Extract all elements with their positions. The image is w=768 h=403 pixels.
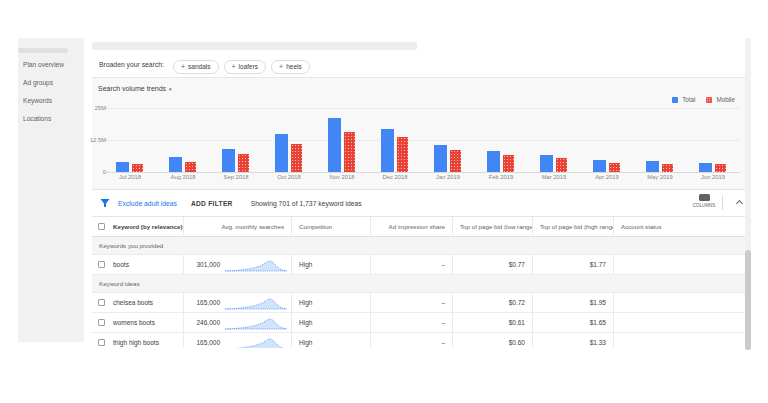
add-filter-button[interactable]: ADD FILTER: [191, 200, 233, 207]
columns-icon: [699, 194, 710, 201]
x-axis-label: Feb 2019: [481, 174, 521, 180]
row-checkbox[interactable]: [98, 299, 105, 306]
filter-bar: Exclude adult ideas ADD FILTER Showing 7…: [92, 190, 751, 217]
ad-impression-share-cell: –: [370, 333, 452, 348]
mobile-bar-oct-2018: [291, 144, 302, 172]
row-checkbox[interactable]: [98, 261, 105, 268]
row-checkbox[interactable]: [98, 339, 105, 346]
sidebar-item-locations[interactable]: Locations: [23, 110, 84, 128]
account-status-cell: [613, 255, 751, 274]
x-axis-label: Jul 2018: [110, 174, 150, 180]
collapse-panel-button[interactable]: [733, 198, 745, 210]
trend-sparkline: [223, 316, 289, 330]
broaden-chip-sandals[interactable]: +sandals: [173, 60, 219, 74]
keyword-label: womens boots: [113, 319, 155, 326]
mobile-bar-may-2019: [662, 164, 673, 172]
avg-monthly-searches-cell: 165,000: [183, 293, 291, 312]
broaden-search-bar: Broaden your search: +sandals+loafers+he…: [92, 52, 751, 78]
sidebar-item-plan-overview[interactable]: Plan overview: [23, 56, 84, 74]
mobile-bar-apr-2019: [609, 163, 620, 173]
x-axis-label: Sep 2018: [216, 174, 256, 180]
mobile-bar-dec-2018: [397, 137, 408, 172]
avg-monthly-searches-value: 165,000: [184, 299, 220, 306]
chart-title-label: Search volume trends: [98, 85, 166, 92]
bid-low-cell: $0.60: [452, 333, 532, 348]
total-bar-jul-2018: [116, 162, 129, 172]
chart-legend: TotalMobile: [672, 96, 735, 103]
select-all-checkbox[interactable]: [98, 223, 105, 230]
keyword-cell: womens boots: [92, 313, 183, 332]
total-bar-aug-2018: [169, 157, 182, 172]
column-header-label: Avg. monthly searches: [222, 223, 284, 230]
legend-swatch: [672, 97, 678, 103]
x-axis-label: Dec 2018: [375, 174, 415, 180]
keyword-cell: chelsea boots: [92, 293, 183, 312]
legend-swatch: [706, 97, 712, 103]
x-axis-label: Oct 2018: [269, 174, 309, 180]
trend-sparkline: [223, 336, 289, 349]
sidebar-item-ad-groups[interactable]: Ad groups: [23, 74, 84, 92]
plus-icon: +: [181, 63, 185, 70]
keyword-label: boots: [113, 261, 129, 268]
avg-monthly-searches-cell: 246,000: [183, 313, 291, 332]
competition-cell: High: [291, 255, 370, 274]
mobile-bar-mar-2019: [556, 158, 567, 172]
account-status-cell: [613, 333, 751, 348]
ad-impression-share-value: –: [441, 299, 445, 306]
avg-monthly-searches-value: 301,000: [184, 261, 220, 268]
avg-monthly-searches-cell: 301,000: [183, 255, 291, 274]
mobile-bar-jul-2018: [132, 164, 143, 172]
row-checkbox[interactable]: [98, 319, 105, 326]
table-row-boots: boots301,000 High–$0.77$1.77: [92, 255, 751, 275]
exclude-adult-ideas-link[interactable]: Exclude adult ideas: [118, 200, 177, 207]
column-header-avg-monthly-searches[interactable]: Avg. monthly searches: [183, 217, 291, 236]
bid-low-cell: $0.72: [452, 293, 532, 312]
total-bar-dec-2018: [381, 129, 394, 172]
ad-impression-share-cell: –: [370, 313, 452, 332]
column-header-top-of-page-bid-high-range[interactable]: Top of page bid (high range): [532, 217, 613, 236]
bid-low-cell: $0.61: [452, 313, 532, 332]
column-header-ad-impression-share[interactable]: Ad impression share: [370, 217, 452, 236]
broaden-chip-heels[interactable]: +heels: [271, 60, 310, 74]
column-header-label: Ad impression share: [389, 223, 445, 230]
chevron-up-icon: [735, 200, 742, 207]
keyword-label: chelsea boots: [113, 299, 153, 306]
x-axis-label: Mar 2019: [534, 174, 574, 180]
sidebar-item-label: Plan overview: [23, 61, 64, 68]
sidebar-item-label: Locations: [23, 115, 51, 122]
sidebar-item-label: Ad groups: [23, 79, 53, 86]
column-header-label: Keyword (by relevance): [113, 223, 182, 230]
table-header-row: Keyword (by relevance)↓Avg. monthly sear…: [92, 217, 751, 237]
keyword-planner-page: Plan overviewAd groupsKeywordsLocations …: [0, 0, 768, 403]
search-volume-trends-dropdown[interactable]: Search volume trends▾: [98, 85, 172, 92]
scrollbar-thumb[interactable]: [745, 250, 751, 350]
keyword-table: Keyword (by relevance)↓Avg. monthly sear…: [92, 217, 751, 348]
column-header-label: Top of page bid (low range): [460, 223, 532, 230]
mobile-bar-jan-2019: [450, 150, 461, 172]
mobile-bar-aug-2018: [185, 162, 196, 172]
legend-label: Mobile: [716, 96, 735, 103]
table-section-row-keywords-you-provided: Keywords you provided: [92, 237, 751, 255]
total-bar-sep-2018: [222, 149, 235, 172]
plus-icon: +: [279, 63, 283, 70]
y-axis-label: 0: [86, 169, 106, 175]
bid-high-cell: $1.77: [532, 255, 613, 274]
total-bar-may-2019: [646, 161, 659, 172]
divider: [722, 195, 723, 210]
total-bar-nov-2018: [328, 118, 341, 172]
filter-icon: [100, 198, 110, 208]
keyword-label: thigh high boots: [113, 339, 159, 346]
broaden-chip-loafers[interactable]: +loafers: [224, 60, 267, 74]
sidebar-items: Plan overviewAd groupsKeywordsLocations: [23, 56, 84, 128]
bid-high-cell: $1.33: [532, 333, 613, 348]
total-bar-feb-2019: [487, 151, 500, 172]
column-header-account-status[interactable]: Account status: [613, 217, 751, 236]
sidebar-item-keywords[interactable]: Keywords: [23, 92, 84, 110]
column-header-competition[interactable]: Competition: [291, 217, 370, 236]
column-header-keyword-by-relevance[interactable]: Keyword (by relevance)↓: [92, 217, 183, 236]
ad-impression-share-cell: –: [370, 293, 452, 312]
column-header-label: Competition: [299, 223, 332, 230]
competition-cell: High: [291, 293, 370, 312]
columns-button[interactable]: COLUMNS: [692, 194, 716, 208]
column-header-top-of-page-bid-low-range[interactable]: Top of page bid (low range): [452, 217, 532, 236]
